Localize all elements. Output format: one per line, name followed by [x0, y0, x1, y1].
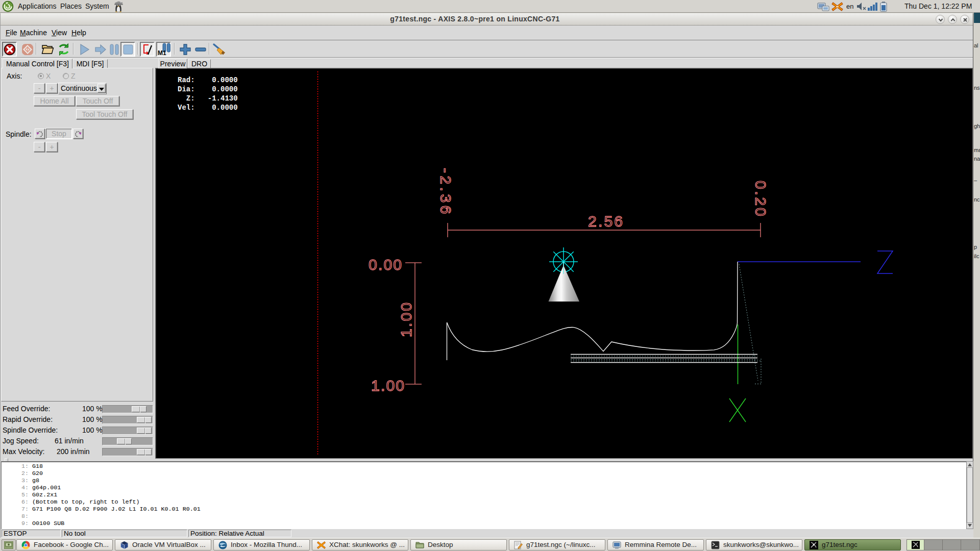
- svg-text:M1: M1: [158, 49, 166, 56]
- svg-text:Dia: 0.0000: Dia: 0.0000: [178, 85, 238, 93]
- svg-text:Vel: 0.0000: Vel: 0.0000: [178, 104, 238, 112]
- svg-text:0.20: 0.20: [752, 181, 769, 218]
- svg-text:-2.36: -2.36: [437, 168, 454, 217]
- svg-text:Z: -1.4130: Z: -1.4130: [178, 94, 238, 103]
- svg-text:2.56: 2.56: [588, 213, 624, 230]
- svg-text:Rad: 0.0000: Rad: 0.0000: [178, 76, 238, 84]
- svg-text:1.00: 1.00: [371, 377, 405, 394]
- svg-text:1.00: 1.00: [398, 301, 414, 337]
- svg-text:0.00: 0.00: [369, 256, 403, 273]
